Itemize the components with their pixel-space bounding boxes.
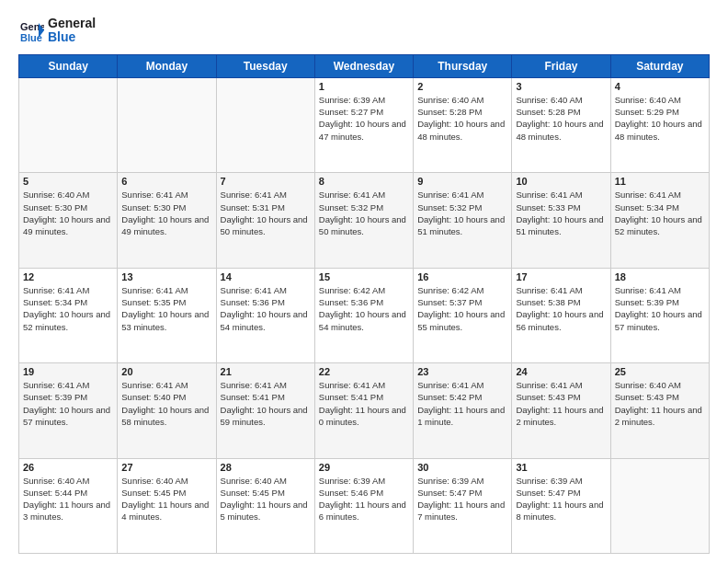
day-number: 23 bbox=[417, 366, 507, 377]
day-info: Sunrise: 6:39 AM Sunset: 5:27 PM Dayligh… bbox=[319, 94, 409, 143]
calendar-cell: 22Sunrise: 6:41 AM Sunset: 5:41 PM Dayli… bbox=[314, 363, 413, 458]
calendar-week-4: 19Sunrise: 6:41 AM Sunset: 5:39 PM Dayli… bbox=[19, 363, 710, 458]
day-info: Sunrise: 6:41 AM Sunset: 5:40 PM Dayligh… bbox=[121, 379, 211, 428]
day-number: 11 bbox=[615, 176, 705, 187]
day-number: 22 bbox=[319, 366, 409, 377]
day-number: 14 bbox=[221, 271, 311, 282]
calendar-week-5: 26Sunrise: 6:40 AM Sunset: 5:44 PM Dayli… bbox=[19, 458, 710, 553]
day-number: 29 bbox=[319, 462, 409, 473]
day-number: 10 bbox=[516, 176, 606, 187]
calendar-body: 1Sunrise: 6:39 AM Sunset: 5:27 PM Daylig… bbox=[19, 77, 710, 553]
day-info: Sunrise: 6:39 AM Sunset: 5:47 PM Dayligh… bbox=[516, 475, 606, 523]
day-info: Sunrise: 6:41 AM Sunset: 5:39 PM Dayligh… bbox=[23, 379, 113, 428]
day-number: 20 bbox=[121, 366, 211, 377]
day-number: 25 bbox=[615, 366, 705, 377]
day-info: Sunrise: 6:41 AM Sunset: 5:35 PM Dayligh… bbox=[121, 284, 211, 333]
calendar-cell bbox=[19, 77, 118, 172]
logo: General Blue General Blue bbox=[18, 17, 96, 45]
calendar-cell: 28Sunrise: 6:40 AM Sunset: 5:45 PM Dayli… bbox=[216, 458, 314, 553]
page: General Blue General Blue SundayMondayTu… bbox=[0, 0, 728, 563]
day-number: 30 bbox=[417, 462, 507, 473]
day-info: Sunrise: 6:41 AM Sunset: 5:43 PM Dayligh… bbox=[516, 379, 606, 428]
calendar-cell: 4Sunrise: 6:40 AM Sunset: 5:29 PM Daylig… bbox=[610, 77, 709, 172]
day-number: 4 bbox=[615, 81, 705, 92]
day-info: Sunrise: 6:41 AM Sunset: 5:36 PM Dayligh… bbox=[221, 284, 311, 333]
calendar-header-sunday: Sunday bbox=[19, 54, 118, 77]
calendar-cell: 21Sunrise: 6:41 AM Sunset: 5:41 PM Dayli… bbox=[216, 363, 314, 458]
day-number: 28 bbox=[221, 462, 311, 473]
day-info: Sunrise: 6:40 AM Sunset: 5:29 PM Dayligh… bbox=[615, 94, 705, 143]
day-info: Sunrise: 6:41 AM Sunset: 5:41 PM Dayligh… bbox=[221, 379, 311, 428]
calendar-cell: 31Sunrise: 6:39 AM Sunset: 5:47 PM Dayli… bbox=[512, 458, 610, 553]
day-number: 3 bbox=[516, 81, 606, 92]
day-info: Sunrise: 6:41 AM Sunset: 5:30 PM Dayligh… bbox=[121, 189, 211, 237]
day-info: Sunrise: 6:40 AM Sunset: 5:30 PM Dayligh… bbox=[23, 189, 113, 237]
calendar-cell: 18Sunrise: 6:41 AM Sunset: 5:39 PM Dayli… bbox=[610, 268, 709, 362]
day-info: Sunrise: 6:41 AM Sunset: 5:42 PM Dayligh… bbox=[417, 379, 507, 428]
day-info: Sunrise: 6:39 AM Sunset: 5:46 PM Dayligh… bbox=[319, 475, 409, 523]
day-info: Sunrise: 6:41 AM Sunset: 5:38 PM Dayligh… bbox=[516, 284, 606, 333]
header: General Blue General Blue bbox=[18, 17, 710, 45]
calendar-header-friday: Friday bbox=[512, 54, 610, 77]
day-info: Sunrise: 6:41 AM Sunset: 5:39 PM Dayligh… bbox=[615, 284, 705, 333]
calendar-cell: 23Sunrise: 6:41 AM Sunset: 5:42 PM Dayli… bbox=[414, 363, 512, 458]
day-number: 16 bbox=[417, 271, 507, 282]
day-number: 1 bbox=[319, 81, 409, 92]
day-info: Sunrise: 6:41 AM Sunset: 5:41 PM Dayligh… bbox=[319, 379, 409, 428]
day-number: 7 bbox=[221, 176, 311, 187]
day-number: 24 bbox=[516, 366, 606, 377]
day-info: Sunrise: 6:40 AM Sunset: 5:28 PM Dayligh… bbox=[516, 94, 606, 143]
calendar-cell: 7Sunrise: 6:41 AM Sunset: 5:31 PM Daylig… bbox=[216, 173, 314, 268]
calendar-cell: 12Sunrise: 6:41 AM Sunset: 5:34 PM Dayli… bbox=[19, 268, 118, 362]
calendar-cell bbox=[216, 77, 314, 172]
day-number: 21 bbox=[221, 366, 311, 377]
calendar-cell: 25Sunrise: 6:40 AM Sunset: 5:43 PM Dayli… bbox=[610, 363, 709, 458]
calendar-week-3: 12Sunrise: 6:41 AM Sunset: 5:34 PM Dayli… bbox=[19, 268, 710, 362]
calendar-header-thursday: Thursday bbox=[414, 54, 512, 77]
calendar-cell: 10Sunrise: 6:41 AM Sunset: 5:33 PM Dayli… bbox=[512, 173, 610, 268]
calendar-cell: 30Sunrise: 6:39 AM Sunset: 5:47 PM Dayli… bbox=[414, 458, 512, 553]
calendar-cell: 9Sunrise: 6:41 AM Sunset: 5:32 PM Daylig… bbox=[414, 173, 512, 268]
calendar-cell: 11Sunrise: 6:41 AM Sunset: 5:34 PM Dayli… bbox=[610, 173, 709, 268]
calendar-cell bbox=[118, 77, 216, 172]
logo-general: General bbox=[48, 17, 96, 30]
day-info: Sunrise: 6:41 AM Sunset: 5:34 PM Dayligh… bbox=[615, 189, 705, 237]
calendar-cell bbox=[610, 458, 709, 553]
day-number: 17 bbox=[516, 271, 606, 282]
calendar-cell: 16Sunrise: 6:42 AM Sunset: 5:37 PM Dayli… bbox=[414, 268, 512, 362]
calendar-cell: 13Sunrise: 6:41 AM Sunset: 5:35 PM Dayli… bbox=[118, 268, 216, 362]
day-number: 15 bbox=[319, 271, 409, 282]
calendar-cell: 5Sunrise: 6:40 AM Sunset: 5:30 PM Daylig… bbox=[19, 173, 118, 268]
calendar-week-2: 5Sunrise: 6:40 AM Sunset: 5:30 PM Daylig… bbox=[19, 173, 710, 268]
day-number: 8 bbox=[319, 176, 409, 187]
calendar-cell: 14Sunrise: 6:41 AM Sunset: 5:36 PM Dayli… bbox=[216, 268, 314, 362]
calendar-header-monday: Monday bbox=[118, 54, 216, 77]
day-info: Sunrise: 6:41 AM Sunset: 5:31 PM Dayligh… bbox=[221, 189, 311, 237]
calendar-table: SundayMondayTuesdayWednesdayThursdayFrid… bbox=[18, 54, 710, 554]
calendar-cell: 26Sunrise: 6:40 AM Sunset: 5:44 PM Dayli… bbox=[19, 458, 118, 553]
day-info: Sunrise: 6:41 AM Sunset: 5:32 PM Dayligh… bbox=[319, 189, 409, 237]
calendar-header-wednesday: Wednesday bbox=[314, 54, 413, 77]
day-info: Sunrise: 6:42 AM Sunset: 5:36 PM Dayligh… bbox=[319, 284, 409, 333]
day-info: Sunrise: 6:40 AM Sunset: 5:28 PM Dayligh… bbox=[417, 94, 507, 143]
calendar-cell: 2Sunrise: 6:40 AM Sunset: 5:28 PM Daylig… bbox=[414, 77, 512, 172]
day-info: Sunrise: 6:41 AM Sunset: 5:32 PM Dayligh… bbox=[417, 189, 507, 237]
day-info: Sunrise: 6:41 AM Sunset: 5:33 PM Dayligh… bbox=[516, 189, 606, 237]
day-number: 31 bbox=[516, 462, 606, 473]
calendar-header-row: SundayMondayTuesdayWednesdayThursdayFrid… bbox=[19, 54, 710, 77]
day-info: Sunrise: 6:40 AM Sunset: 5:45 PM Dayligh… bbox=[121, 475, 211, 523]
calendar-cell: 27Sunrise: 6:40 AM Sunset: 5:45 PM Dayli… bbox=[118, 458, 216, 553]
calendar-cell: 29Sunrise: 6:39 AM Sunset: 5:46 PM Dayli… bbox=[314, 458, 413, 553]
calendar-cell: 19Sunrise: 6:41 AM Sunset: 5:39 PM Dayli… bbox=[19, 363, 118, 458]
day-number: 19 bbox=[23, 366, 113, 377]
logo-icon: General Blue bbox=[18, 17, 44, 43]
day-info: Sunrise: 6:40 AM Sunset: 5:43 PM Dayligh… bbox=[615, 379, 705, 428]
calendar-cell: 17Sunrise: 6:41 AM Sunset: 5:38 PM Dayli… bbox=[512, 268, 610, 362]
calendar-header-saturday: Saturday bbox=[610, 54, 709, 77]
calendar-cell: 15Sunrise: 6:42 AM Sunset: 5:36 PM Dayli… bbox=[314, 268, 413, 362]
calendar-cell: 1Sunrise: 6:39 AM Sunset: 5:27 PM Daylig… bbox=[314, 77, 413, 172]
day-info: Sunrise: 6:40 AM Sunset: 5:44 PM Dayligh… bbox=[23, 475, 113, 523]
day-number: 26 bbox=[23, 462, 113, 473]
day-info: Sunrise: 6:41 AM Sunset: 5:34 PM Dayligh… bbox=[23, 284, 113, 333]
day-number: 18 bbox=[615, 271, 705, 282]
